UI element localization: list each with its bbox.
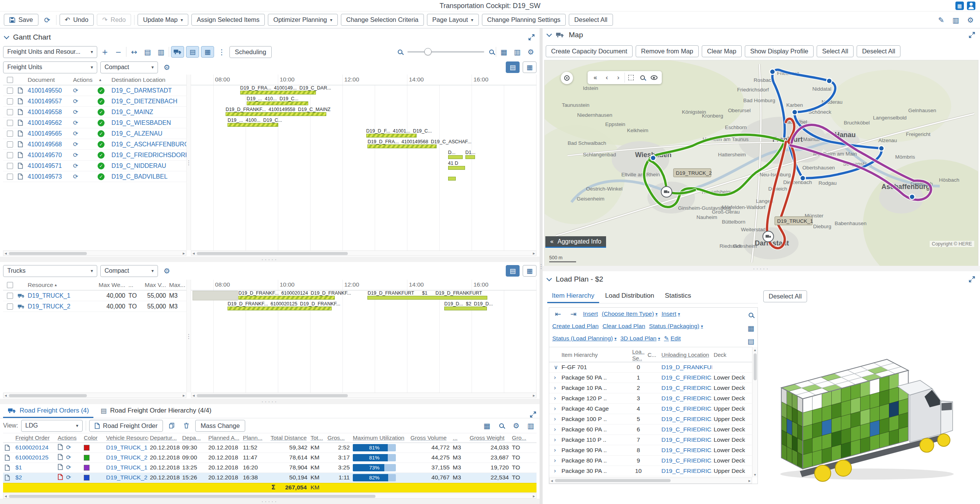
tab-road-freight-orders[interactable]: Road Freight Orders (4) bbox=[3, 405, 93, 418]
chart-view-toggle[interactable]: ▤ bbox=[506, 61, 520, 73]
row-checkbox[interactable] bbox=[7, 120, 13, 126]
row-checkbox[interactable] bbox=[7, 109, 13, 115]
freight-unit-document-link[interactable]: 4100149573 bbox=[28, 173, 62, 180]
freight-unit-document-link[interactable]: 4100149568 bbox=[28, 141, 62, 148]
rectangle-select-icon[interactable] bbox=[626, 72, 636, 83]
freight-unit-document-link[interactable]: 4100149571 bbox=[28, 162, 62, 169]
orders-column-header[interactable]: ... bbox=[451, 434, 468, 441]
orders-column-header[interactable]: Gross Volume bbox=[409, 434, 451, 441]
row-checkbox[interactable] bbox=[7, 163, 13, 169]
freight-unit-document-link[interactable]: 4100149565 bbox=[28, 130, 62, 137]
orders-column-header[interactable]: Gross Weight bbox=[468, 434, 510, 441]
search-icon[interactable] bbox=[496, 420, 507, 431]
expand-icon[interactable]: › bbox=[554, 468, 556, 474]
gantt-settings-icon[interactable]: ⚙ bbox=[525, 46, 537, 58]
row-checkbox[interactable] bbox=[7, 293, 13, 299]
load-plan-row[interactable]: › ▦ Package 90 PA .. 8 D19_C_FRIEDRIC...… bbox=[549, 445, 752, 456]
expand-icon[interactable]: › bbox=[554, 436, 556, 443]
insert-button[interactable]: Insert bbox=[583, 310, 598, 317]
tab-item-hierarchy[interactable]: Item Hierarchy bbox=[547, 290, 599, 303]
destination-link[interactable]: D19_C_ASCHAFFENBURG bbox=[111, 141, 186, 148]
actions-icon[interactable]: ⟳ bbox=[73, 162, 78, 169]
add-icon[interactable]: + bbox=[99, 46, 111, 58]
load-plan-row[interactable]: › ▦ Package 30 PA .. 10 D19_C_FRIEDRIC..… bbox=[549, 466, 752, 476]
chart-horizontal-scrollbar[interactable]: ◂▸ bbox=[191, 393, 537, 398]
map-action-button[interactable]: Show Display Profile bbox=[745, 45, 814, 57]
gantt-mode-select[interactable]: Freight Units and Resour...▾ bbox=[3, 46, 97, 58]
row-checkbox[interactable] bbox=[7, 98, 13, 104]
expand-icon[interactable]: › bbox=[554, 426, 556, 433]
load-plan-row[interactable]: › ▦ Package 40 Cage 4 D19_C_FRIEDRIC... … bbox=[549, 404, 752, 414]
truck-resource-link[interactable]: D19_TRUCK_2 bbox=[28, 303, 70, 310]
actions-icon[interactable]: ⟳ bbox=[73, 87, 78, 94]
show-resources-toggle[interactable]: ▤ bbox=[186, 46, 199, 58]
tab-statistics[interactable]: Statistics bbox=[660, 290, 696, 303]
gantt-bar[interactable]: D19_D_FRA... 4100149568 D19_C_ASCHAF... bbox=[367, 139, 437, 148]
delete-icon[interactable] bbox=[181, 420, 192, 431]
orders-column-header[interactable]: Gro... bbox=[510, 434, 527, 441]
map-stop-marker[interactable] bbox=[800, 176, 806, 181]
gantt-bar[interactable] bbox=[448, 172, 456, 181]
freight-order-row[interactable]: 6100020125 ⟳ D19_TRUCK_2 20.12.2018 09:0… bbox=[3, 453, 537, 463]
show-freight-units-toggle[interactable] bbox=[171, 46, 184, 58]
edit-button[interactable]: ✎Edit bbox=[664, 335, 681, 342]
gantt-bar[interactable]: D19_D... $2 D19_D... bbox=[444, 302, 487, 310]
row-checkbox[interactable] bbox=[7, 174, 13, 180]
unloading-location-link[interactable]: D19_C_FRIEDRIC... bbox=[661, 416, 712, 423]
freight-unit-row[interactable]: 4100149557 ⟳ D19_C_DIETZENBACH bbox=[3, 96, 186, 107]
map-action-button[interactable]: Select All bbox=[817, 45, 854, 57]
clear-load-plan-button[interactable]: Clear Load Plan bbox=[603, 323, 645, 330]
freight-unit-row[interactable]: 4100149558 ⟳ D19_C_MAINZ bbox=[3, 107, 186, 118]
expand-icon[interactable]: › bbox=[554, 447, 556, 454]
trucks-density-select[interactable]: Compact▾ bbox=[100, 265, 158, 277]
map-action-button[interactable]: Clear Map bbox=[702, 45, 742, 57]
view-settings-icon[interactable]: ⚙ bbox=[161, 61, 173, 73]
map-stop-marker[interactable] bbox=[879, 146, 884, 151]
map-canvas[interactable]: TaunussteinIdsteinNiedernhausenEppsteinK… bbox=[544, 60, 978, 267]
table-horizontal-scrollbar[interactable]: ◂▸ bbox=[3, 393, 186, 398]
refresh-icon[interactable]: ⟳ bbox=[42, 14, 53, 26]
load-plan-row[interactable]: ∨ ▦ F-GF 701 0 D19_D_FRANKFURT bbox=[549, 362, 752, 373]
load-plan-vertical-scrollbar[interactable]: ▴▾ bbox=[752, 347, 757, 477]
choose-item-type-select[interactable]: (Choose Item Type)▾ bbox=[602, 310, 658, 317]
map-action-button[interactable]: Deselect All bbox=[857, 45, 900, 57]
zoom-slider-handle[interactable] bbox=[424, 48, 432, 55]
destination-link[interactable]: D19_C_NIDDERAU bbox=[111, 162, 166, 169]
row-checkbox[interactable] bbox=[7, 141, 13, 148]
apps-icon[interactable]: ▦ bbox=[955, 2, 964, 10]
edit-layout-icon[interactable]: ✎ bbox=[935, 14, 947, 26]
map-stop-marker[interactable] bbox=[909, 194, 915, 199]
vehicle-resource-link[interactable]: D19_TRUCK_2 bbox=[106, 454, 148, 461]
destination-column-header[interactable]: Destination Location bbox=[110, 76, 186, 83]
orders-column-header[interactable]: Planned A... bbox=[207, 434, 241, 441]
orders-column-header[interactable]: Maximum Utilization bbox=[351, 434, 409, 441]
resource-column-header[interactable]: Resource▴ bbox=[26, 282, 99, 288]
document-icon[interactable] bbox=[58, 464, 63, 472]
collapse-gantt-icon[interactable] bbox=[4, 33, 9, 39]
actions-icon[interactable]: ⟳ bbox=[73, 98, 78, 105]
freight-order-link[interactable]: 6100020124 bbox=[15, 444, 48, 451]
unloading-location-link[interactable]: D19_C_FRIEDRIC... bbox=[661, 468, 712, 474]
redo-button[interactable]: ↷Redo bbox=[97, 14, 131, 26]
document-icon[interactable] bbox=[58, 454, 63, 462]
load-plan-row[interactable]: › ▦ Package 60 PA .. 6 D19_C_FRIEDRIC...… bbox=[549, 424, 752, 435]
scheduling-button[interactable]: Scheduling bbox=[229, 46, 272, 58]
vehicle-resource-link[interactable]: D19_TRUCK_2 bbox=[106, 474, 148, 481]
trucks-grid-view-toggle[interactable]: ▦ bbox=[523, 265, 537, 277]
row-checkbox[interactable] bbox=[7, 152, 13, 158]
column-settings-icon[interactable]: ▥ bbox=[525, 420, 537, 431]
destination-link[interactable]: D19_C_ALZENAU bbox=[111, 130, 163, 137]
freight-unit-row[interactable]: 4100149562 ⟳ D19_C_WIESBADEN bbox=[3, 118, 186, 128]
orders-column-header[interactable]: Actions bbox=[56, 434, 82, 441]
freight-order-link[interactable]: $1 bbox=[15, 464, 22, 471]
refresh-icon[interactable]: ⟳ bbox=[66, 444, 71, 451]
orders-column-header[interactable]: Depa... bbox=[181, 434, 207, 441]
settings-icon[interactable]: ⚙ bbox=[965, 14, 976, 26]
overflow-icon[interactable]: ⋮ bbox=[216, 46, 228, 58]
collapse-map-icon[interactable] bbox=[546, 31, 552, 36]
freight-unit-document-link[interactable]: 4100149562 bbox=[28, 119, 62, 126]
table-settings-icon[interactable]: ⚙ bbox=[510, 420, 522, 431]
update-map-button[interactable]: Update Map▾ bbox=[138, 14, 188, 26]
actions-icon[interactable]: ⟳ bbox=[73, 151, 78, 159]
grid-view-toggle[interactable]: ▦ bbox=[523, 61, 537, 73]
